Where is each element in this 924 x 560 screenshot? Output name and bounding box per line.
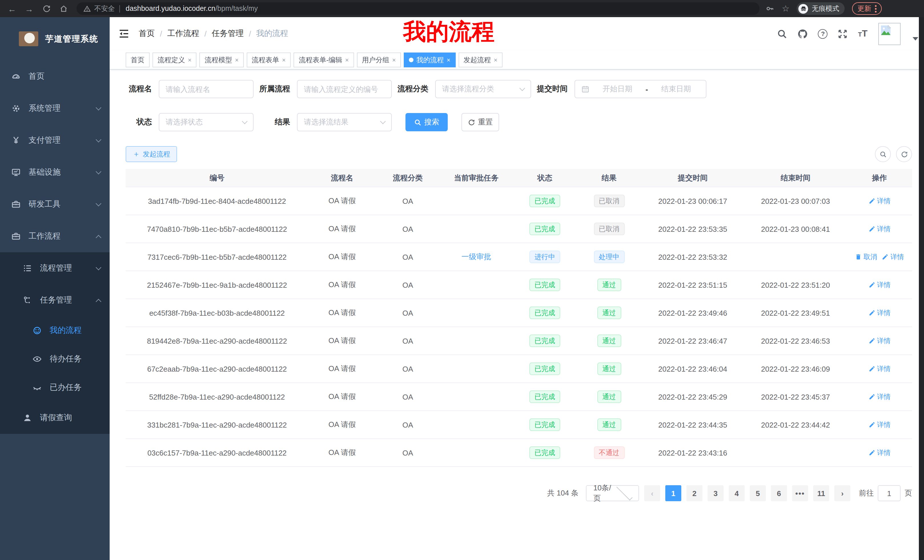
close-tab-icon[interactable]: × bbox=[235, 53, 239, 66]
detail-action-link[interactable]: 详情 bbox=[868, 280, 891, 290]
close-tab-icon[interactable]: × bbox=[447, 53, 450, 66]
row-id: 3ad174fb-7b9d-11ec-8404-acde48001122 bbox=[126, 197, 308, 205]
app-logo-row[interactable]: 芋道管理系统 bbox=[0, 17, 110, 60]
row-submit-time: 2022-01-22 23:43:16 bbox=[641, 448, 744, 457]
address-bar[interactable]: 不安全 dashboard.yudao.iocoder.cn /bpm/task… bbox=[76, 2, 759, 15]
search-icon[interactable] bbox=[777, 28, 788, 39]
font-size-icon[interactable]: TT bbox=[858, 29, 867, 38]
create-process-button[interactable]: ＋ 发起流程 bbox=[126, 146, 177, 162]
forward-icon[interactable]: → bbox=[21, 4, 38, 13]
row-actions: 详情 bbox=[847, 224, 912, 234]
detail-action-link[interactable]: 详情 bbox=[868, 392, 891, 401]
sidebar-item-devtools[interactable]: 研发工具 bbox=[0, 189, 110, 220]
tab-process-def[interactable]: 流程定义× bbox=[153, 52, 197, 67]
close-tab-icon[interactable]: × bbox=[392, 53, 396, 66]
status-badge: 已完成 bbox=[530, 362, 560, 375]
tab-start-process[interactable]: 发起流程× bbox=[458, 52, 502, 67]
avatar[interactable] bbox=[878, 22, 901, 45]
sidebar-item-my-process[interactable]: 我的流程 bbox=[0, 316, 110, 345]
row-end-time: 2022-01-22 23:46:53 bbox=[744, 337, 847, 345]
sidebar-item-home[interactable]: 首页 bbox=[0, 60, 110, 93]
sidebar-item-infra[interactable]: 基础设施 bbox=[0, 156, 110, 189]
breadcrumb-item[interactable]: 工作流程 bbox=[167, 28, 199, 39]
sidebar-item-done-tasks[interactable]: 已办任务 bbox=[0, 373, 110, 402]
tab-process-form-edit[interactable]: 流程表单-编辑× bbox=[294, 52, 354, 67]
sidebar-item-system[interactable]: 系统管理 bbox=[0, 93, 110, 124]
row-id: 7470a810-7b9b-11ec-b5b7-acde48001122 bbox=[126, 225, 308, 233]
fullscreen-icon[interactable] bbox=[837, 28, 848, 39]
breadcrumb-item[interactable]: 首页 bbox=[139, 28, 155, 39]
next-page-button[interactable]: › bbox=[834, 485, 850, 501]
page-button-1[interactable]: 1 bbox=[665, 485, 681, 501]
update-button[interactable]: 更新 bbox=[852, 2, 882, 15]
detail-action-link[interactable]: 详情 bbox=[868, 196, 891, 206]
tab-process-model[interactable]: 流程模型× bbox=[200, 52, 244, 67]
detail-action-link[interactable]: 详情 bbox=[868, 224, 891, 234]
submit-time-range-picker[interactable]: 开始日期 - 结束日期 bbox=[574, 80, 706, 98]
more-pages-icon[interactable]: ••• bbox=[792, 485, 808, 501]
reset-button[interactable]: 重置 bbox=[461, 113, 499, 131]
edit-pencil-icon bbox=[882, 253, 889, 260]
close-tab-icon[interactable]: × bbox=[282, 53, 286, 66]
parent-process-label: 所属流程 bbox=[254, 84, 297, 94]
prev-page-button[interactable]: ‹ bbox=[644, 485, 660, 501]
search-button[interactable]: 搜索 bbox=[405, 113, 448, 131]
close-tab-icon[interactable]: × bbox=[188, 53, 192, 66]
jump-page-input[interactable] bbox=[878, 485, 901, 501]
refresh-table-button[interactable] bbox=[896, 146, 912, 162]
status-select[interactable]: 请选择状态 bbox=[159, 113, 254, 131]
tab-process-form[interactable]: 流程表单× bbox=[247, 52, 291, 67]
detail-action-link[interactable]: 详情 bbox=[868, 308, 891, 318]
detail-action-link[interactable]: 详情 bbox=[868, 448, 891, 458]
status-badge: 已完成 bbox=[530, 279, 560, 291]
page-button-11[interactable]: 11 bbox=[813, 485, 829, 501]
result-select[interactable]: 请选择流结果 bbox=[297, 113, 392, 131]
row-status: 已完成 bbox=[513, 446, 577, 459]
sidebar-item-leave-query[interactable]: 请假查询 bbox=[0, 402, 110, 434]
toggle-search-button[interactable] bbox=[875, 146, 891, 162]
chevron-down-icon bbox=[380, 118, 386, 124]
breadcrumb-item[interactable]: 任务管理 bbox=[212, 28, 244, 39]
user-menu-caret-icon[interactable] bbox=[913, 37, 918, 40]
passwords-key-icon[interactable] bbox=[765, 4, 774, 13]
category-select[interactable]: 请选择流程分类 bbox=[435, 80, 531, 98]
detail-action-link[interactable]: 详情 bbox=[882, 252, 904, 262]
browser-menu-icon[interactable] bbox=[875, 5, 877, 12]
tab-my-process[interactable]: 我的流程× bbox=[404, 52, 455, 67]
collapse-sidebar-icon[interactable] bbox=[118, 28, 130, 39]
close-tab-icon[interactable]: × bbox=[345, 53, 349, 66]
page-button-3[interactable]: 3 bbox=[708, 485, 723, 501]
detail-action-link[interactable]: 详情 bbox=[868, 364, 891, 374]
cancel-action-link[interactable]: 取消 bbox=[855, 252, 877, 262]
tab-home[interactable]: 首页 bbox=[126, 52, 150, 67]
page-button-5[interactable]: 5 bbox=[750, 485, 766, 501]
page-button-2[interactable]: 2 bbox=[686, 485, 702, 501]
page-button-4[interactable]: 4 bbox=[729, 485, 745, 501]
back-icon[interactable]: ← bbox=[3, 4, 21, 13]
page-size-select[interactable]: 10条/页 bbox=[586, 485, 639, 501]
bookmark-star-icon[interactable]: ☆ bbox=[782, 3, 789, 14]
sidebar-item-process-mgmt[interactable]: 流程管理 bbox=[0, 252, 110, 284]
row-result: 已取消 bbox=[577, 223, 641, 235]
home-icon[interactable] bbox=[55, 4, 72, 13]
reload-icon[interactable] bbox=[38, 4, 55, 13]
page-button-6[interactable]: 6 bbox=[771, 485, 787, 501]
detail-action-link[interactable]: 详情 bbox=[868, 420, 891, 430]
sidebar-item-todo-tasks[interactable]: 待办任务 bbox=[0, 345, 110, 373]
help-icon[interactable]: ? bbox=[818, 29, 828, 39]
calendar-icon bbox=[581, 85, 590, 93]
parent-process-input[interactable] bbox=[297, 80, 392, 98]
close-tab-icon[interactable]: × bbox=[494, 53, 497, 66]
task-link[interactable]: 一级审批 bbox=[461, 252, 491, 262]
process-name-input[interactable] bbox=[159, 80, 254, 98]
sidebar-item-task-mgmt[interactable]: 任务管理 bbox=[0, 284, 110, 316]
sidebar-item-payment[interactable]: 支付管理 bbox=[0, 124, 110, 156]
detail-action-link[interactable]: 详情 bbox=[868, 336, 891, 346]
submit-time-label: 提交时间 bbox=[531, 84, 574, 94]
tab-user-group[interactable]: 用户分组× bbox=[357, 52, 401, 67]
flow-tree-icon bbox=[23, 296, 32, 305]
sidebar-item-workflow[interactable]: 工作流程 bbox=[0, 220, 110, 252]
result-badge: 已取消 bbox=[594, 195, 624, 207]
page-scrollbar[interactable] bbox=[919, 17, 924, 560]
github-icon[interactable] bbox=[798, 28, 808, 39]
